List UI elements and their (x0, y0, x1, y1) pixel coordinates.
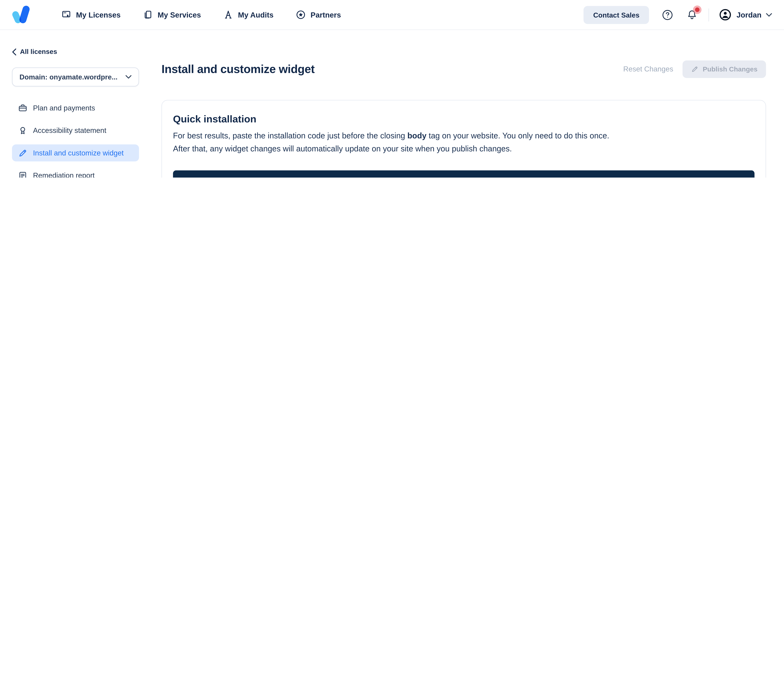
desc-text: For best results, paste the installation… (173, 132, 408, 140)
sidebar-item-accessibility-statement[interactable]: Accessibility statement (12, 122, 139, 139)
user-menu[interactable]: Jordan (719, 8, 772, 22)
chevron-left-icon (12, 48, 17, 55)
installation-code-snippet[interactable]: <script> (function(){ var s = document.c… (173, 170, 754, 177)
nav-item-my-services[interactable]: My Services (143, 9, 201, 20)
briefcase-icon (18, 103, 28, 113)
sidebar-menu: Plan and payments Accessibility statemen… (12, 99, 139, 177)
sidebar-item-remediation-report[interactable]: Remediation report (12, 167, 139, 177)
partners-icon (296, 9, 306, 20)
contact-sales-button[interactable]: Contact Sales (584, 6, 649, 24)
nav-item-partners[interactable]: Partners (296, 9, 341, 20)
sidebar-item-label: Install and customize widget (33, 149, 124, 157)
nav-item-my-audits[interactable]: My Audits (223, 9, 274, 20)
document-icon (18, 171, 28, 177)
top-navigation: My Licenses My Services My Audits Partne… (0, 0, 784, 30)
nav-item-label: My Services (157, 11, 201, 19)
avatar-icon (719, 8, 732, 22)
award-icon (18, 126, 28, 135)
page-title: Install and customize widget (162, 62, 315, 76)
pencil-icon (18, 148, 28, 158)
page-header: Install and customize widget Reset Chang… (162, 59, 766, 79)
help-icon (661, 9, 674, 21)
quick-installation-description: For best results, paste the installation… (173, 129, 754, 155)
sidebar-item-install-and-customize-widget[interactable]: Install and customize widget (12, 144, 139, 161)
nav-item-label: Partners (311, 11, 341, 19)
sidebar-item-label: Remediation report (33, 171, 95, 177)
quick-installation-card: Quick installation For best results, pas… (162, 100, 766, 177)
licenses-icon (61, 9, 72, 20)
sidebar-item-label: Plan and payments (33, 104, 95, 112)
services-icon (143, 9, 153, 20)
audits-icon (223, 9, 233, 20)
domain-selector[interactable]: Domain: onyamate.wordpre... (12, 67, 139, 86)
nav-item-my-licenses[interactable]: My Licenses (61, 9, 121, 20)
sidebar: All licenses Domain: onyamate.wordpre...… (12, 48, 139, 177)
publish-changes-label: Publish Changes (703, 65, 758, 73)
back-label: All licenses (20, 48, 57, 56)
domain-label: Domain: onyamate.wordpre... (19, 73, 117, 81)
back-to-all-licenses-link[interactable]: All licenses (12, 48, 139, 56)
user-name: Jordan (736, 11, 761, 19)
quick-installation-title: Quick installation (173, 113, 257, 125)
nav-item-label: My Licenses (76, 11, 121, 19)
main-menu: My Licenses My Services My Audits Partne… (61, 9, 341, 20)
publish-changes-button[interactable]: Publish Changes (683, 60, 766, 78)
sidebar-item-label: Accessibility statement (33, 126, 106, 135)
pencil-icon (691, 65, 699, 73)
desc-bold-text: body (408, 132, 426, 140)
notification-badge (695, 7, 700, 12)
app-window: My Licenses My Services My Audits Partne… (0, 0, 784, 177)
logo-shape-dark (19, 5, 30, 24)
chevron-down-icon (126, 75, 131, 79)
desc-text-line2: After that, any widget changes will auto… (173, 144, 512, 153)
desc-text: tag on your website. You only need to do… (426, 132, 609, 140)
sidebar-item-plan-and-payments[interactable]: Plan and payments (12, 99, 139, 116)
notifications-button[interactable] (686, 9, 698, 21)
nav-divider (708, 8, 709, 21)
nav-right-cluster: Contact Sales Jordan (584, 6, 772, 24)
accessibe-logo[interactable] (12, 5, 32, 25)
nav-item-label: My Audits (238, 11, 274, 19)
help-button[interactable] (661, 9, 674, 21)
reset-changes-link[interactable]: Reset Changes (623, 65, 673, 73)
chevron-down-icon (766, 13, 772, 17)
